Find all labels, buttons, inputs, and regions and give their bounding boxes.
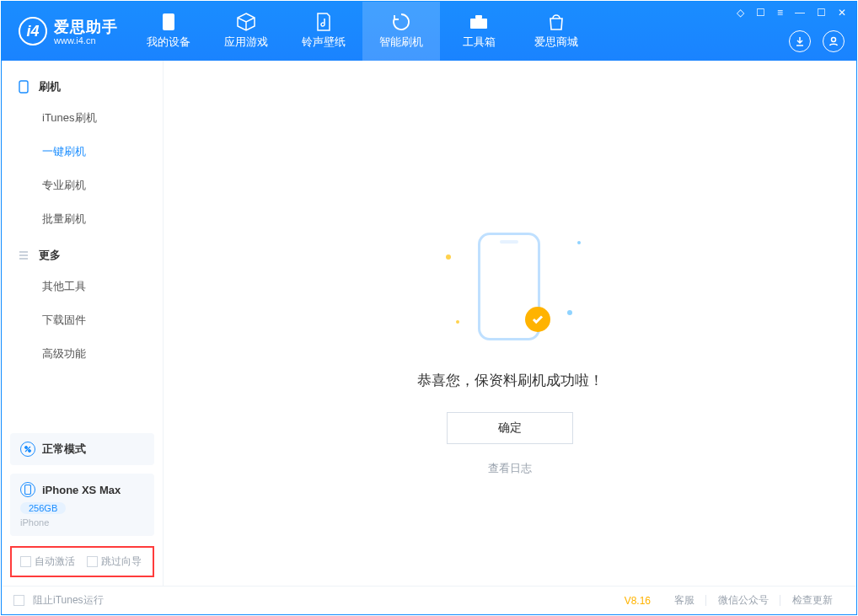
sidebar-item-download-firmware[interactable]: 下载固件 (2, 303, 163, 337)
opt-block-itunes[interactable]: 阻止iTunes运行 (13, 593, 104, 608)
feedback-icon[interactable]: ☐ (756, 7, 765, 19)
minimize-button[interactable]: — (795, 7, 805, 19)
sidebar-item-batch-flash[interactable]: 批量刷机 (2, 202, 163, 236)
tab-apps-games[interactable]: 应用游戏 (207, 2, 285, 61)
tab-label: 爱思商城 (534, 35, 578, 50)
device-phone-icon (20, 482, 35, 497)
view-log-link[interactable]: 查看日志 (488, 461, 532, 476)
tab-my-device[interactable]: 我的设备 (130, 2, 207, 61)
sidebar-item-other-tools[interactable]: 其他工具 (2, 270, 163, 303)
app-title-en: www.i4.cn (54, 35, 118, 46)
logo-icon: i4 (19, 17, 47, 46)
status-bar: 阻止iTunes运行 V8.16 客服 微信公众号 检查更新 (2, 586, 856, 614)
device-name: iPhone XS Max (42, 484, 121, 496)
account-button[interactable] (823, 30, 845, 52)
tab-store[interactable]: 爱思商城 (517, 2, 595, 61)
sidebar-item-itunes-flash[interactable]: iTunes刷机 (2, 101, 163, 135)
tab-ringtones[interactable]: 铃声壁纸 (285, 2, 362, 61)
skin-icon[interactable]: ◇ (737, 7, 744, 19)
menu-icon[interactable]: ≡ (777, 7, 783, 19)
cube-icon (235, 13, 257, 31)
svg-rect-4 (19, 81, 28, 93)
options-highlight-row: 自动激活 跳过向导 (10, 546, 154, 577)
window-controls: ◇ ☐ ≡ — ☐ ✕ (737, 7, 846, 19)
svg-rect-1 (470, 19, 487, 29)
app-header: i4 爱思助手 www.i4.cn 我的设备 应用游戏 铃声壁纸 智能刷机 (2, 2, 856, 61)
sidebar-item-advanced[interactable]: 高级功能 (2, 337, 163, 371)
svg-rect-0 (163, 13, 174, 30)
checkbox-icon (20, 556, 31, 567)
phone-outline-icon (19, 80, 30, 94)
sidebar-item-pro-flash[interactable]: 专业刷机 (2, 169, 163, 202)
sidebar-group-flash: 刷机 (2, 67, 163, 101)
tab-label: 工具箱 (463, 35, 496, 50)
header-right (789, 30, 845, 52)
music-file-icon (313, 13, 335, 31)
mode-label: 正常模式 (42, 442, 86, 457)
tab-toolbox[interactable]: 工具箱 (440, 2, 517, 61)
bag-icon (545, 13, 567, 31)
svg-point-6 (29, 450, 31, 453)
version-label: V8.16 (625, 595, 662, 607)
opt-label: 跳过向导 (101, 554, 142, 569)
checkbox-icon (87, 556, 98, 567)
footer-link-wechat[interactable]: 微信公众号 (706, 593, 780, 608)
success-illustration (471, 229, 549, 347)
group-title: 刷机 (39, 79, 61, 94)
success-message: 恭喜您，保资料刷机成功啦！ (417, 371, 603, 390)
tab-label: 智能刷机 (379, 35, 423, 50)
tab-flash[interactable]: 智能刷机 (362, 2, 440, 61)
device-icon (158, 13, 180, 31)
opt-auto-activate[interactable]: 自动激活 (20, 554, 75, 569)
ok-button[interactable]: 确定 (447, 412, 573, 444)
footer-link-support[interactable]: 客服 (662, 593, 706, 608)
svg-point-5 (25, 447, 28, 449)
sidebar-item-oneclick-flash[interactable]: 一键刷机 (2, 135, 163, 169)
tab-label: 应用游戏 (224, 35, 268, 50)
tab-label: 我的设备 (147, 35, 190, 50)
check-badge-icon (525, 307, 550, 332)
mode-card[interactable]: 正常模式 (10, 433, 154, 465)
header-tabs: 我的设备 应用游戏 铃声壁纸 智能刷机 工具箱 爱思商城 (130, 2, 595, 61)
device-model: iPhone (20, 517, 144, 528)
logo: i4 爱思助手 www.i4.cn (2, 2, 130, 61)
download-button[interactable] (789, 30, 811, 52)
device-storage-pill: 256GB (20, 502, 66, 514)
mode-icon (20, 442, 35, 457)
opt-skip-wizard[interactable]: 跳过向导 (87, 554, 142, 569)
sidebar: 刷机 iTunes刷机 一键刷机 专业刷机 批量刷机 更多 其他工具 下载固件 … (2, 61, 164, 586)
maximize-button[interactable]: ☐ (817, 7, 826, 19)
sidebar-group-more: 更多 (2, 236, 163, 270)
footer-link-check-update[interactable]: 检查更新 (780, 593, 845, 608)
close-button[interactable]: ✕ (838, 7, 846, 19)
svg-rect-7 (25, 485, 31, 495)
refresh-shield-icon (390, 13, 412, 31)
group-title: 更多 (39, 248, 61, 263)
svg-point-3 (832, 38, 836, 42)
opt-label: 自动激活 (35, 554, 75, 569)
checkbox-icon (13, 595, 24, 606)
main-content: 恭喜您，保资料刷机成功啦！ 确定 查看日志 (164, 61, 856, 586)
opt-label: 阻止iTunes运行 (33, 593, 104, 608)
toolbox-icon (468, 13, 490, 31)
svg-rect-2 (475, 15, 482, 19)
tab-label: 铃声壁纸 (302, 35, 346, 50)
device-card[interactable]: iPhone XS Max 256GB iPhone (10, 474, 154, 536)
list-icon (19, 250, 30, 260)
app-title-cn: 爱思助手 (54, 19, 118, 35)
